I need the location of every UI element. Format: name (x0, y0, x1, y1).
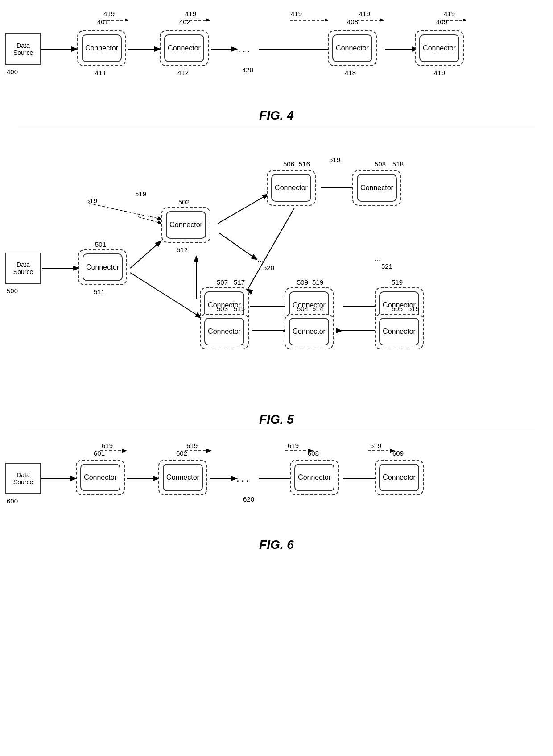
node-608: Connector (290, 460, 339, 495)
label-608: 608 (308, 449, 319, 457)
label-519-506: 519 (329, 156, 340, 163)
figure-5: Data Source 500 Connector 501 511 Connec… (0, 125, 553, 429)
label-519-top: 519 (135, 190, 146, 198)
node-505-label: Connector (383, 328, 416, 336)
label-408: 408 (347, 18, 358, 25)
label-419d: 419 (359, 10, 370, 17)
label-419c: 419 (291, 10, 302, 17)
label-419b: 419 (185, 10, 196, 17)
label-400: 400 (7, 68, 18, 75)
node-506-inner: Connector (271, 174, 311, 202)
node-609-inner: Connector (379, 464, 419, 491)
label-620: 620 (243, 495, 254, 503)
node-409-inner: Connector (419, 34, 459, 62)
label-504: 504 (297, 305, 308, 312)
node-501-label: Connector (86, 263, 119, 271)
label-418: 418 (345, 69, 356, 76)
label-513: 513 (234, 305, 245, 312)
node-401-label: Connector (85, 44, 118, 52)
node-402-label: Connector (168, 44, 201, 52)
label-600: 600 (7, 497, 18, 505)
datasource-5-box: Data Source (5, 253, 41, 284)
node-402-inner: Connector (164, 34, 204, 62)
node-502-inner: Connector (166, 211, 206, 239)
node-601-label: Connector (84, 474, 117, 482)
svg-line-13 (138, 217, 162, 224)
fig4-label: FIG. 4 (0, 108, 553, 123)
label-512: 512 (177, 246, 188, 253)
label-411: 411 (95, 69, 106, 76)
node-602: Connector (158, 460, 207, 495)
datasource-6: Data Source (5, 463, 41, 494)
label-515: 515 (408, 305, 419, 312)
label-507: 507 (217, 278, 228, 286)
node-508: Connector (352, 170, 401, 206)
label-619a: 619 (102, 442, 113, 449)
label-506: 506 (283, 160, 294, 168)
node-401-inner: Connector (82, 34, 122, 62)
node-409: Connector (415, 30, 464, 66)
node-503: Connector (200, 314, 249, 349)
node-408-label: Connector (336, 44, 369, 52)
dots-6: ··· (236, 474, 251, 486)
label-419a: 419 (103, 10, 115, 17)
node-506-label: Connector (275, 184, 308, 192)
node-602-label: Connector (166, 474, 199, 482)
datasource-4: Data Source (5, 33, 41, 65)
node-503-inner: Connector (204, 318, 244, 345)
node-609-label: Connector (383, 474, 416, 482)
label-619d: 619 (370, 442, 381, 449)
label-602: 602 (176, 449, 187, 457)
label-609: 609 (392, 449, 404, 457)
label-511: 511 (94, 288, 105, 295)
fig6-label: FIG. 6 (0, 538, 553, 552)
datasource-5-label: Data Source (6, 261, 40, 275)
label-519-right-mid: 519 (392, 278, 403, 286)
figure-6: Data Source 600 619 619 619 619 Connecto… (0, 429, 553, 554)
node-506: Connector (267, 170, 316, 206)
label-519-509: 519 (312, 278, 323, 286)
node-504: Connector (285, 314, 334, 349)
figure-4: Data Source 400 Connector 401 411 Connec… (0, 0, 553, 125)
label-409: 409 (436, 18, 447, 25)
datasource-5: Data Source (5, 253, 41, 284)
label-619b: 619 (186, 442, 198, 449)
node-502: Connector (161, 207, 210, 243)
node-501: Connector (78, 249, 127, 285)
label-401: 401 (97, 18, 108, 25)
node-502-label: Connector (169, 221, 202, 229)
dots-4: ··· (238, 45, 252, 57)
node-409-label: Connector (423, 44, 456, 52)
label-500: 500 (7, 287, 18, 295)
node-505: Connector (375, 314, 424, 349)
label-601: 601 (94, 449, 105, 457)
datasource-4-box: Data Source (5, 33, 41, 65)
node-501-inner: Connector (83, 253, 123, 281)
node-504-inner: Connector (289, 318, 329, 345)
label-501: 501 (95, 241, 106, 248)
label-619c: 619 (288, 442, 299, 449)
fig5-label: FIG. 5 (0, 412, 553, 427)
node-402: Connector (160, 30, 209, 66)
node-503-label: Connector (208, 328, 241, 336)
label-517: 517 (234, 278, 245, 286)
node-601-inner: Connector (80, 464, 120, 491)
node-601: Connector (76, 460, 125, 495)
node-408-inner: Connector (332, 34, 372, 62)
svg-line-14 (218, 195, 268, 224)
label-508: 508 (375, 160, 386, 168)
svg-line-18 (248, 208, 294, 290)
svg-line-12 (130, 273, 201, 317)
label-420: 420 (242, 66, 253, 74)
label-516: 516 (299, 160, 310, 168)
node-505-inner: Connector (379, 318, 419, 345)
label-520: 520 (263, 264, 274, 271)
label-412: 412 (177, 69, 189, 76)
node-608-inner: Connector (294, 464, 334, 491)
node-508-inner: Connector (357, 174, 397, 202)
svg-line-11 (130, 241, 161, 268)
label-402: 402 (179, 18, 190, 25)
label-419e: 419 (444, 10, 455, 17)
svg-line-23 (89, 204, 161, 219)
node-508-label: Connector (360, 184, 393, 192)
